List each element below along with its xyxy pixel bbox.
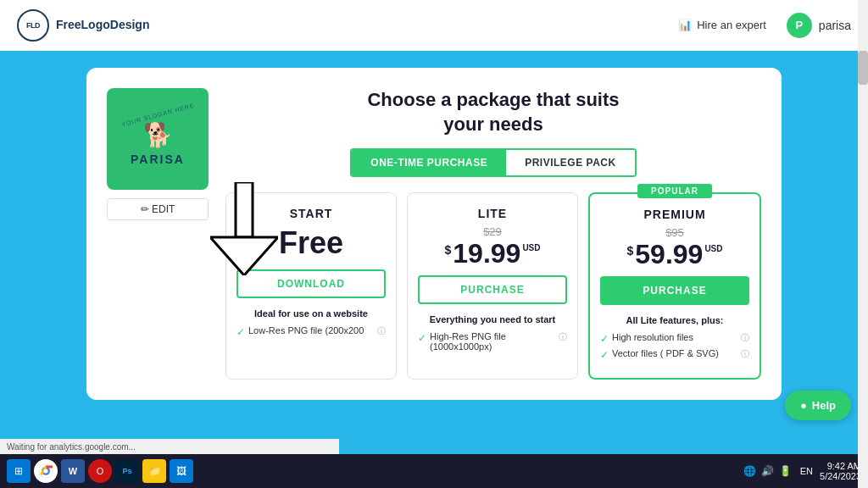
plan-features-lite: ✓ High-Res PNG file (1000x1000px) ⓘ <box>418 331 567 355</box>
feature-item: ✓ High-Res PNG file (1000x1000px) ⓘ <box>418 331 567 352</box>
popular-badge: POPULAR <box>637 184 712 198</box>
file-icon[interactable]: 📁 <box>142 459 166 483</box>
plan-price-old-lite: $29 <box>483 225 502 238</box>
status-bar: Waiting for analytics.google.com... <box>0 439 339 454</box>
battery-icon: 🔋 <box>777 463 793 479</box>
hire-expert-link[interactable]: 📊 Hire an expert <box>678 19 766 31</box>
plan-features-premium: ✓ High resolution files ⓘ ✓ Vector files… <box>600 332 749 364</box>
download-button[interactable]: DOWNLOAD <box>236 269 386 298</box>
logo-badge: FLD <box>17 9 49 42</box>
plan-features-start: ✓ Low-Res PNG file (200x200 ⓘ <box>236 325 386 341</box>
plans-row: START Free DOWNLOAD Ideal for use on a w… <box>225 192 761 380</box>
info-icon[interactable]: ⓘ <box>741 332 749 344</box>
plan-name-lite: LITE <box>478 207 507 220</box>
scrollbar-thumb[interactable] <box>858 51 868 85</box>
logo-preview-box: YOUR SLOGAN HERE 🐕 PARISA <box>107 88 209 190</box>
plan-card-premium: POPULAR PREMIUM $95 $ 59.99 USD PURCHASE… <box>588 192 761 380</box>
package-area: Choose a package that suits your needs O… <box>225 88 761 380</box>
tabs-row: ONE-TIME PURCHASE PRIVILEGE PACK <box>350 148 636 177</box>
content-card: YOUR SLOGAN HERE 🐕 PARISA ✏ EDIT Choose … <box>86 68 782 400</box>
plan-name-premium: PREMIUM <box>643 208 705 221</box>
navbar: FLD FreeLogoDesign 📊 Hire an expert P pa… <box>0 0 868 51</box>
plan-price-new-lite: $ 19.99 USD <box>445 240 541 267</box>
tab-one-time[interactable]: ONE-TIME PURCHASE <box>352 150 506 175</box>
price-amount-lite: 19.99 <box>453 240 520 267</box>
volume-icon: 🔊 <box>760 463 776 479</box>
language-indicator: EN <box>800 466 813 476</box>
word-icon[interactable]: W <box>61 459 85 483</box>
photoshop-icon[interactable]: Ps <box>115 459 139 483</box>
user-name: parisa <box>819 19 851 32</box>
info-icon[interactable]: ⓘ <box>377 325 386 337</box>
user-area[interactable]: P parisa <box>787 13 851 38</box>
check-icon: ✓ <box>600 349 609 361</box>
help-icon: ● <box>800 399 807 412</box>
check-icon: ✓ <box>600 333 609 345</box>
plan-price-new-premium: $ 59.99 USD <box>627 241 723 268</box>
price-amount-premium: 59.99 <box>635 241 703 268</box>
purchase-button-lite[interactable]: PURCHASE <box>418 275 567 304</box>
edit-button[interactable]: ✏ EDIT <box>107 198 209 220</box>
price-dollar-premium: $ <box>627 244 634 258</box>
check-icon: ✓ <box>418 332 426 344</box>
logo-brand-name: PARISA <box>131 152 185 166</box>
system-tray: 🌐 🔊 🔋 <box>742 463 793 479</box>
price-usd-lite: USD <box>522 243 540 252</box>
logo-preview-area: YOUR SLOGAN HERE 🐕 PARISA ✏ EDIT <box>107 88 209 380</box>
info-icon[interactable]: ⓘ <box>741 348 749 360</box>
info-icon[interactable]: ⓘ <box>559 331 567 343</box>
nav-right: 📊 Hire an expert P parisa <box>678 13 851 38</box>
plan-tagline-lite: Everything you need to start <box>430 314 556 324</box>
feature-item: ✓ Low-Res PNG file (200x200 ⓘ <box>236 325 386 338</box>
taskbar: ⊞ W O Ps 📁 🖼 🌐 🔊 🔋 EN 9:42 <box>0 454 868 488</box>
photos-icon[interactable]: 🖼 <box>170 459 193 483</box>
clock: 9:42 AM 5/24/2023 <box>820 461 861 481</box>
logo-animal-icon: 🐕 <box>143 121 173 149</box>
taskbar-right: 🌐 🔊 🔋 EN 9:42 AM 5/24/2023 <box>742 461 861 481</box>
briefcase-icon: 📊 <box>678 19 692 31</box>
price-usd-premium: USD <box>704 244 722 253</box>
tab-privilege[interactable]: PRIVILEGE PACK <box>506 150 634 175</box>
purchase-button-premium[interactable]: PURCHASE <box>600 276 749 305</box>
help-button[interactable]: ● Help <box>785 391 851 420</box>
avatar: P <box>787 13 812 38</box>
chrome-icon[interactable] <box>34 459 58 483</box>
opera-icon[interactable]: O <box>88 459 112 483</box>
logo-area: FLD FreeLogoDesign <box>17 9 149 42</box>
card-inner: YOUR SLOGAN HERE 🐕 PARISA ✏ EDIT Choose … <box>107 88 761 380</box>
svg-point-4 <box>44 469 48 474</box>
windows-start-icon[interactable]: ⊞ <box>7 459 31 483</box>
plan-price-old-premium: $95 <box>665 226 684 239</box>
main-area: YOUR SLOGAN HERE 🐕 PARISA ✏ EDIT Choose … <box>0 51 868 488</box>
plan-card-start: START Free DOWNLOAD Ideal for use on a w… <box>225 192 397 380</box>
check-icon: ✓ <box>236 326 245 338</box>
plan-name-start: START <box>290 207 333 220</box>
feature-item: ✓ High resolution files ⓘ <box>600 332 749 345</box>
plan-card-lite: LITE $29 $ 19.99 USD PURCHASE Everything… <box>407 192 578 380</box>
price-dollar-lite: $ <box>445 243 452 257</box>
plan-price-start: Free <box>279 225 343 261</box>
logo-text: FreeLogoDesign <box>56 18 149 32</box>
scrollbar-track[interactable] <box>858 0 868 488</box>
taskbar-left: ⊞ W O Ps 📁 🖼 <box>7 459 193 483</box>
package-title: Choose a package that suits your needs <box>225 88 761 136</box>
plan-tagline-premium: All Lite features, plus: <box>626 315 724 325</box>
feature-item: ✓ Vector files ( PDF & SVG) ⓘ <box>600 348 749 361</box>
plan-tagline-start: Ideal for use on a website <box>254 308 368 319</box>
network-icon: 🌐 <box>742 463 758 479</box>
